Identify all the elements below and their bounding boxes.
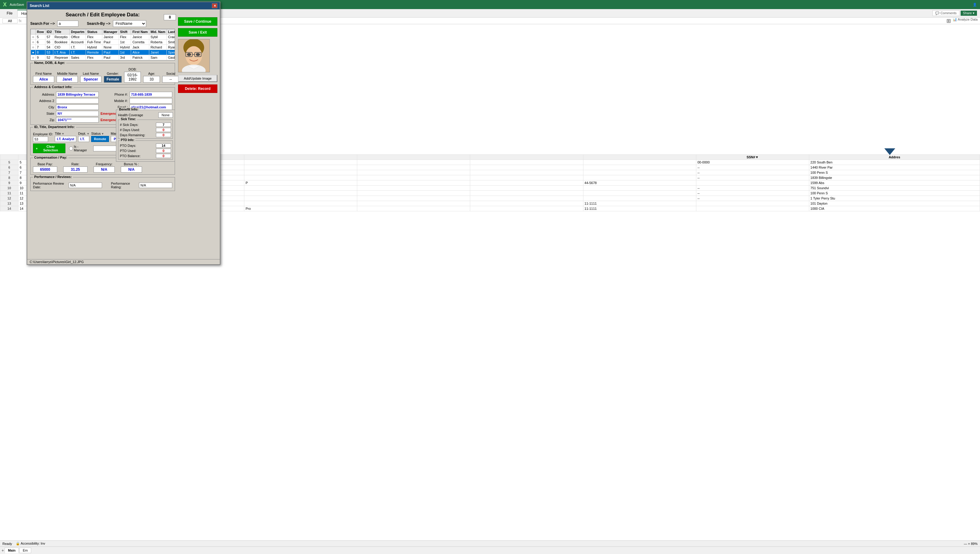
sick-time-legend: Sick Time: — [120, 118, 137, 121]
save-continue-button[interactable]: Save / Continue — [178, 17, 217, 26]
state-input[interactable] — [56, 111, 99, 116]
middle-name-button[interactable]: Janet — [57, 76, 78, 83]
city-label: City — [33, 105, 54, 109]
pto-legend: PTO Info: — [120, 138, 135, 142]
col-first-header: First Nam — [131, 29, 149, 35]
col-id2-header: ID2 — [45, 29, 53, 35]
col-shift-header: Shift — [119, 29, 131, 35]
col-4 — [357, 155, 470, 160]
employee-id-input[interactable] — [33, 137, 48, 142]
col-mid-header: Mid. Nam — [149, 29, 167, 35]
employee-id-label: Employee ID: — [33, 132, 53, 136]
address-section-legend: Address & Contact info: — [33, 85, 73, 89]
health-coverage-label: Health Coverage — [118, 113, 143, 117]
gender-label: Gender: — [107, 72, 119, 75]
col-manager-header: Manager — [102, 29, 119, 35]
review-date-label: Performance Review Date: — [33, 181, 66, 189]
pto-used-input[interactable] — [156, 149, 171, 153]
pto-balance-label: PTO Balance: — [120, 154, 140, 158]
compensation-legend: Compensation / Pay: — [33, 156, 68, 159]
search-by-select[interactable]: FirstName LastName ID Department — [113, 20, 146, 27]
table-row-selected[interactable]: ●853I.T. AnaI.T.RemotePaul1stAliceJanetS… — [31, 50, 175, 55]
table-row[interactable]: ○754CIOI.T.HybridNoneHybridJackRichardRy… — [31, 45, 175, 50]
mobile-input[interactable] — [130, 98, 172, 103]
days-remaining-input[interactable] — [156, 133, 171, 137]
pto-balance-input[interactable] — [156, 154, 171, 158]
add-update-image-button[interactable]: Add/Update Image — [178, 75, 217, 82]
tab-file[interactable]: File — [3, 10, 16, 17]
last-name-button[interactable]: Spencer — [80, 76, 102, 83]
clear-selection-button[interactable]: ● Clear Selection — [33, 143, 65, 153]
col-dept-header: Departm — [70, 29, 86, 35]
base-pay-label: Base Pay: — [38, 162, 52, 166]
frequency-input[interactable] — [94, 167, 115, 173]
col-title-header: Title — [53, 29, 70, 35]
dob-value: 02/16-1992 — [124, 72, 141, 83]
age-value: 33 — [143, 76, 160, 83]
title-label: Title — [55, 132, 61, 135]
address-input[interactable] — [56, 92, 99, 97]
rating-input[interactable] — [139, 183, 172, 188]
zip-label: Zip — [33, 118, 54, 122]
bonus-input[interactable] — [121, 167, 142, 173]
title-button[interactable]: I.T. Analyst — [55, 136, 76, 142]
review-date-input[interactable] — [69, 183, 102, 188]
rate-label: Rate: — [72, 162, 79, 166]
svg-point-7 — [196, 53, 200, 56]
health-coverage-button[interactable]: None — [158, 112, 173, 118]
benefit-legend: Benefit Info: — [118, 107, 139, 111]
zip-input[interactable] — [56, 117, 99, 123]
sick-days-input[interactable] — [156, 123, 171, 127]
form-main-title: Seacrch / Edit Employee Data: — [30, 12, 175, 18]
first-name-label: First Name — [35, 72, 52, 75]
close-button[interactable]: ✕ — [212, 3, 217, 8]
col-select — [31, 29, 36, 35]
base-pay-input[interactable] — [33, 167, 57, 173]
days-remaining-label: Days Remaining: — [120, 133, 145, 137]
col-row-header: Row — [35, 29, 45, 35]
days-used-input[interactable] — [156, 128, 171, 132]
phone-label: Phone #: — [100, 92, 128, 96]
sick-days-label: # Sick Days: — [120, 123, 138, 127]
is-manager-radio-input[interactable] — [69, 146, 73, 150]
is-manager-radio[interactable]: Is - Manager — [69, 145, 118, 152]
phone-input[interactable] — [130, 92, 172, 97]
pto-days-input[interactable] — [156, 143, 171, 148]
id-title-legend: ID, Title, Department Info: — [33, 125, 76, 129]
status-button[interactable]: Remote — [91, 136, 109, 142]
address-label: Address — [33, 92, 54, 96]
rate-input[interactable] — [63, 167, 88, 173]
social-value: -- — [162, 76, 179, 83]
search-for-input[interactable] — [57, 21, 78, 27]
name-section-legend: Name, DOB, & Age: — [33, 61, 66, 64]
status-label: Status — [91, 132, 100, 135]
dept-button[interactable]: I.T. — [78, 136, 89, 142]
table-row[interactable]: ○656BookkeeAccountiFull-TimePaul1stCorre… — [31, 40, 175, 45]
is-manager-text[interactable] — [93, 146, 118, 151]
table-row[interactable]: ○952RepreserSalesFlexPaul3rdPatrickSamGa… — [31, 55, 175, 60]
city-input[interactable] — [56, 104, 99, 110]
svg-point-6 — [187, 53, 191, 56]
rating-label: Performance Rating: — [111, 181, 136, 189]
pto-days-label: PTO Days: — [120, 144, 136, 147]
performance-section: Performance / Reviews: Performance Revie… — [30, 177, 175, 191]
is-manager-radio-label: Is - Manager — [74, 145, 92, 152]
search-bar: Search For --> Search-By --> FirstName L… — [30, 20, 175, 27]
modal-title: Search List — [30, 4, 49, 8]
col-5 — [470, 155, 490, 160]
status-bar: C:\Users\larrys\Pictures\Girl_12.JPG — [27, 259, 220, 264]
address2-input[interactable] — [56, 98, 99, 103]
delete-record-button[interactable]: Delete: Record — [178, 84, 217, 93]
bonus-label: Bonus % : — [124, 162, 139, 166]
state-label: State — [33, 112, 54, 115]
status-bar-path: C:\Users\larrys\Pictures\Girl_12.JPG — [30, 260, 84, 264]
col-status-header: Status — [86, 29, 102, 35]
first-name-button[interactable]: Alice — [33, 76, 54, 83]
counter-box: 8 — [164, 14, 176, 20]
age-label: Age: — [148, 72, 155, 75]
modal-titlebar: Search List ✕ — [27, 2, 220, 10]
dob-label: DOB: — [128, 67, 137, 71]
frequency-label: Frequency: — [95, 162, 112, 166]
save-exit-button[interactable]: Save / Exit — [178, 28, 217, 37]
table-row[interactable]: ○557ReceptioOfficeFlexJaniceFlexJaniceSy… — [31, 35, 175, 40]
